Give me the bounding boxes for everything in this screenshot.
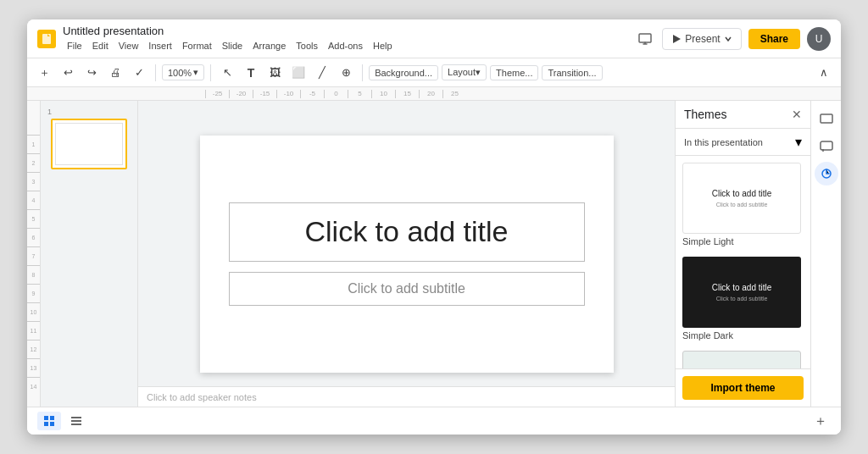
side-slides-icon[interactable] (815, 108, 838, 131)
menu-tools[interactable]: Tools (292, 39, 322, 53)
present-slideshow-icon[interactable] (635, 29, 655, 49)
undo-btn[interactable]: ↩ (58, 63, 78, 83)
menu-arrange[interactable]: Arrange (248, 39, 290, 53)
zoom-dropdown[interactable]: 100% ▾ (162, 64, 204, 80)
slide-number: 1 (44, 108, 134, 116)
themes-header: Themes ✕ (676, 101, 810, 129)
svg-rect-1 (42, 34, 48, 44)
ruler-mark: 5 (348, 90, 371, 98)
theme-dropdown[interactable]: Theme... (490, 65, 538, 80)
add-slide-toolbar-btn[interactable]: ＋ (34, 63, 54, 83)
bottom-bar: ＋ (27, 407, 841, 435)
import-theme-button[interactable]: Import theme (682, 376, 804, 400)
toolbar-sep-1 (155, 64, 156, 81)
menu-help[interactable]: Help (369, 39, 397, 53)
theme-preview-dark-subtitle: Click to add subtitle (716, 296, 768, 302)
title-bar-left: Untitled presentation File Edit View Ins… (37, 25, 397, 53)
side-theme-icon[interactable] (815, 162, 838, 185)
ruler-marks: -25 -20 -15 -10 -5 0 5 10 15 20 25 (205, 90, 466, 98)
add-slide-bottom-btn[interactable]: ＋ (810, 411, 831, 431)
svg-rect-11 (71, 417, 81, 418)
slide-thumb-inner (55, 123, 123, 165)
slide-subtitle-box[interactable]: Click to add subtitle (229, 272, 585, 306)
ruler-mark: 15 (395, 90, 419, 98)
text-btn[interactable]: T (241, 63, 261, 83)
cursor-btn[interactable]: ↖ (217, 63, 237, 83)
grid-view-btn[interactable] (37, 412, 61, 430)
theme-preview-simple-light: Click to add title Click to add subtitle (682, 163, 801, 234)
transition-dropdown[interactable]: Transition... (542, 65, 602, 80)
toolbar-sep-3 (362, 64, 363, 81)
themes-list: Click to add title Click to add subtitle… (676, 156, 810, 368)
collapse-toolbar-btn[interactable]: ∧ (814, 63, 834, 83)
ruler-mark: -10 (276, 90, 300, 98)
side-chat-icon[interactable] (815, 135, 838, 158)
svg-rect-13 (71, 424, 81, 425)
svg-rect-10 (50, 422, 54, 426)
ruler-mark: -20 (229, 90, 253, 98)
spellcheck-btn[interactable]: ✓ (129, 63, 149, 83)
app-window: Untitled presentation File Edit View Ins… (27, 19, 841, 435)
menu-format[interactable]: Format (178, 39, 216, 53)
list-view-btn[interactable] (64, 412, 88, 430)
app-title: Untitled presentation (63, 25, 397, 37)
present-button[interactable]: Present (662, 28, 741, 50)
menu-insert[interactable]: Insert (144, 39, 176, 53)
shapes-btn[interactable]: ⬜ (288, 63, 309, 83)
layout-dropdown[interactable]: Layout▾ (442, 64, 487, 80)
theme-preview-subtitle: Click to add subtitle (716, 202, 768, 208)
themes-close-btn[interactable]: ✕ (792, 108, 802, 121)
themes-section-expand[interactable]: ▾ (795, 134, 802, 150)
view-toggle (37, 412, 88, 430)
main-area: 1 2 3 4 5 6 7 8 9 10 11 12 13 14 1 (27, 101, 841, 407)
theme-preview-simple-dark: Click to add title Click to add subtitle (682, 257, 801, 328)
image-btn[interactable]: 🖼 (264, 63, 285, 83)
themes-section-header: In this presentation ▾ (676, 129, 810, 156)
slide-thumbnail[interactable] (51, 119, 127, 169)
share-button[interactable]: Share (748, 29, 800, 49)
menu-view[interactable]: View (114, 39, 143, 53)
background-dropdown[interactable]: Background... (369, 65, 438, 80)
slide-title-box[interactable]: Click to add title (229, 202, 585, 262)
theme-item-streamline[interactable]: Click to add title Click to add subtitle… (682, 351, 804, 368)
slide-canvas: Click to add title Click to add subtitle (200, 136, 614, 373)
menu-addons[interactable]: Add-ons (324, 39, 367, 53)
title-bar-right: Present Share U (635, 27, 831, 51)
theme-item-simple-light[interactable]: Click to add title Click to add subtitle… (682, 163, 804, 246)
theme-item-simple-dark[interactable]: Click to add title Click to add subtitle… (682, 257, 804, 340)
menu-slide[interactable]: Slide (218, 39, 247, 53)
theme-preview-streamline: Click to add title Click to add subtitle (682, 351, 801, 368)
theme-name-simple-dark: Simple Dark (682, 330, 804, 340)
ruler-mark: 20 (419, 90, 442, 98)
menu-file[interactable]: File (63, 39, 86, 53)
slide-subtitle-placeholder[interactable]: Click to add subtitle (348, 281, 465, 296)
svg-rect-8 (50, 416, 54, 420)
line-btn[interactable]: ╱ (312, 63, 332, 83)
themes-footer: Import theme (676, 368, 810, 407)
svg-rect-7 (44, 416, 48, 420)
top-ruler: -25 -20 -15 -10 -5 0 5 10 15 20 25 (27, 87, 841, 101)
svg-rect-5 (821, 141, 832, 150)
print-btn[interactable]: 🖨 (105, 63, 125, 83)
svg-rect-2 (639, 34, 651, 42)
svg-rect-12 (71, 420, 81, 422)
avatar[interactable]: U (807, 27, 831, 51)
menu-edit[interactable]: Edit (88, 39, 113, 53)
title-bar: Untitled presentation File Edit View Ins… (27, 19, 841, 58)
insert-btn[interactable]: ⊕ (336, 63, 356, 83)
ruler-mark: -15 (253, 90, 276, 98)
svg-rect-9 (44, 422, 48, 426)
ruler-mark: 10 (371, 90, 395, 98)
side-icons (810, 101, 841, 407)
themes-section-title: In this presentation (684, 137, 763, 147)
app-logo (37, 30, 56, 48)
canvas-area[interactable]: Click to add title Click to add subtitle… (138, 101, 675, 407)
speaker-notes[interactable]: Click to add speaker notes (138, 386, 675, 407)
svg-marker-3 (673, 35, 681, 43)
left-ruler: 1 2 3 4 5 6 7 8 9 10 11 12 13 14 (27, 101, 41, 407)
title-info: Untitled presentation File Edit View Ins… (63, 25, 397, 53)
redo-btn[interactable]: ↪ (81, 63, 102, 83)
slide-title-placeholder[interactable]: Click to add title (305, 215, 509, 248)
themes-title: Themes (684, 108, 727, 121)
ruler-mark: -25 (205, 90, 229, 98)
